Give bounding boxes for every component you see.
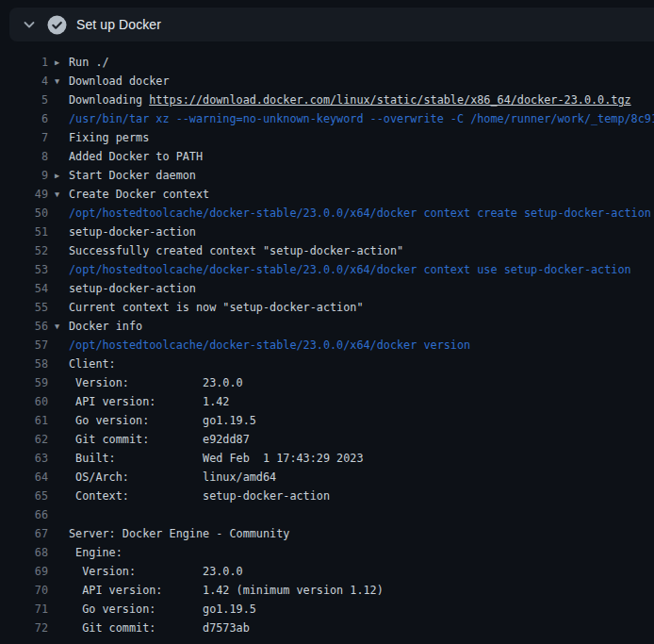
line-number-link[interactable]: 63 xyxy=(0,449,48,468)
log-line: 60 API version: 1.42 xyxy=(0,392,654,411)
line-text: Added Docker to PATH xyxy=(69,147,654,166)
marker-spacer xyxy=(48,619,69,637)
step-title: Set up Docker xyxy=(76,17,161,32)
marker-spacer xyxy=(48,223,69,241)
line-text: setup-docker-action xyxy=(69,223,654,241)
line-number-link[interactable]: 51 xyxy=(0,223,48,241)
marker-spacer xyxy=(48,600,69,619)
line-number-link[interactable]: 56 xyxy=(0,317,48,336)
chevron-down-icon[interactable] xyxy=(17,12,41,37)
log-group-line[interactable]: 9 ▶ Start Docker daemon xyxy=(0,166,654,185)
line-number-link[interactable]: 61 xyxy=(0,411,48,430)
marker-spacer xyxy=(48,91,69,109)
log-group-line[interactable]: 4 ▼ Download docker xyxy=(0,72,654,91)
step-header[interactable]: Set up Docker xyxy=(9,8,654,41)
line-text: Downloading https://download.docker.com/… xyxy=(69,91,654,109)
log-line: 68 Engine: xyxy=(0,543,654,562)
line-text: API version: 1.42 (minimum version 1.12) xyxy=(69,581,654,600)
line-number-link[interactable]: 50 xyxy=(0,204,48,223)
line-number-link[interactable]: 5 xyxy=(0,91,48,109)
marker-spacer xyxy=(48,562,69,581)
line-number-link[interactable]: 67 xyxy=(0,524,48,543)
marker-spacer xyxy=(48,298,69,317)
log-line: 6 /usr/bin/tar xz --warning=no-unknown-k… xyxy=(0,109,654,128)
log-line: 54 setup-docker-action xyxy=(0,279,654,298)
line-number-link[interactable]: 66 xyxy=(0,505,48,524)
line-number-link[interactable]: 54 xyxy=(0,279,48,298)
log-line: 64 OS/Arch: linux/amd64 xyxy=(0,468,654,487)
line-number-link[interactable]: 71 xyxy=(0,600,48,619)
line-number-link[interactable]: 70 xyxy=(0,581,48,600)
line-number-link[interactable]: 8 xyxy=(0,147,48,166)
group-label[interactable]: Download docker xyxy=(69,72,654,91)
log-line: 70 API version: 1.42 (minimum version 1.… xyxy=(0,581,654,600)
log-line: 72 Git commit: d7573ab xyxy=(0,619,654,637)
triangle-right-icon[interactable]: ▶ xyxy=(48,53,69,72)
marker-spacer xyxy=(48,505,69,524)
triangle-right-icon[interactable]: ▶ xyxy=(48,166,69,185)
group-label[interactable]: Run ./ xyxy=(69,53,654,72)
line-text: Server: Docker Engine - Community xyxy=(69,524,654,543)
line-number-link[interactable]: 49 xyxy=(0,185,48,204)
group-label[interactable]: Docker info xyxy=(69,317,654,336)
line-number-link[interactable]: 69 xyxy=(0,562,48,581)
line-number-link[interactable]: 7 xyxy=(0,128,48,147)
log-line: 65 Context: setup-docker-action xyxy=(0,487,654,505)
line-text: OS/Arch: linux/amd64 xyxy=(69,468,654,487)
log-line: 8 Added Docker to PATH xyxy=(0,147,654,166)
log-line: 67 Server: Docker Engine - Community xyxy=(0,524,654,543)
triangle-down-icon[interactable]: ▼ xyxy=(48,317,69,336)
line-number-link[interactable]: 57 xyxy=(0,336,48,355)
marker-spacer xyxy=(48,355,69,373)
line-number-link[interactable]: 4 xyxy=(0,72,48,91)
log-line: 71 Go version: go1.19.5 xyxy=(0,600,654,619)
group-label[interactable]: Create Docker context xyxy=(69,185,654,204)
marker-spacer xyxy=(48,392,69,411)
triangle-down-icon[interactable]: ▼ xyxy=(48,185,69,204)
marker-spacer xyxy=(48,373,69,392)
line-number-link[interactable]: 60 xyxy=(0,392,48,411)
marker-spacer xyxy=(48,204,69,223)
triangle-down-icon[interactable]: ▼ xyxy=(48,72,69,91)
marker-spacer xyxy=(48,241,69,260)
log-line: 53 /opt/hostedtoolcache/docker-stable/23… xyxy=(0,260,654,279)
log-group-line[interactable]: 49 ▼ Create Docker context xyxy=(0,185,654,204)
log-line: 50 /opt/hostedtoolcache/docker-stable/23… xyxy=(0,204,654,223)
line-text: Successfully created context "setup-dock… xyxy=(69,241,654,260)
line-number-link[interactable]: 9 xyxy=(0,166,48,185)
marker-spacer xyxy=(48,543,69,562)
log-group-line[interactable]: 1 ▶ Run ./ xyxy=(0,53,654,72)
line-number-link[interactable]: 52 xyxy=(0,241,48,260)
line-number-link[interactable]: 58 xyxy=(0,355,48,373)
marker-spacer xyxy=(48,581,69,600)
marker-spacer xyxy=(48,147,69,166)
marker-spacer xyxy=(48,128,69,147)
marker-spacer xyxy=(48,109,69,128)
log-line: 63 Built: Wed Feb 1 17:43:29 2023 xyxy=(0,449,654,468)
line-number-link[interactable]: 72 xyxy=(0,619,48,637)
line-number-link[interactable]: 1 xyxy=(0,53,48,72)
line-number-link[interactable]: 6 xyxy=(0,109,48,128)
log-url-link[interactable]: https://download.docker.com/linux/static… xyxy=(149,93,630,107)
line-number-link[interactable]: 59 xyxy=(0,373,48,392)
check-circle-icon xyxy=(47,15,67,35)
log-line: 7 Fixing perms xyxy=(0,128,654,147)
line-text: Context: setup-docker-action xyxy=(69,487,654,505)
line-number-link[interactable]: 68 xyxy=(0,543,48,562)
line-number-link[interactable]: 62 xyxy=(0,430,48,449)
marker-spacer xyxy=(48,411,69,430)
group-label[interactable]: Start Docker daemon xyxy=(69,166,654,185)
log-line: 66 xyxy=(0,505,654,524)
log-group-line[interactable]: 56 ▼ Docker info xyxy=(0,317,654,336)
line-number-link[interactable]: 64 xyxy=(0,468,48,487)
line-number-link[interactable]: 65 xyxy=(0,487,48,505)
marker-spacer xyxy=(48,279,69,298)
line-text: Git commit: d7573ab xyxy=(69,619,654,637)
marker-spacer xyxy=(48,260,69,279)
line-number-link[interactable]: 55 xyxy=(0,298,48,317)
line-text: Go version: go1.19.5 xyxy=(69,600,654,619)
marker-spacer xyxy=(48,468,69,487)
line-number-link[interactable]: 53 xyxy=(0,260,48,279)
log-line: 51 setup-docker-action xyxy=(0,223,654,241)
log-line: 5 Downloading https://download.docker.co… xyxy=(0,91,654,109)
